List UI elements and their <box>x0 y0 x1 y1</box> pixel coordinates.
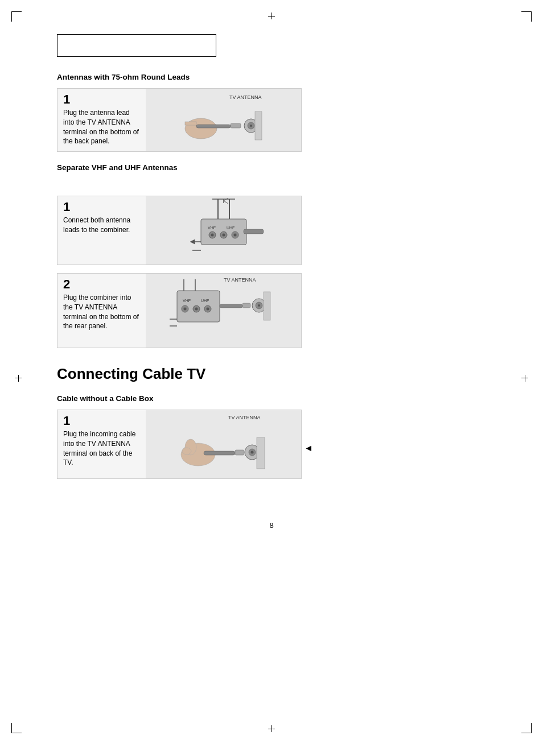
cable-tv-svg: TV ANTENNA <box>167 410 281 478</box>
svg-rect-8 <box>255 111 262 140</box>
svg-point-57 <box>250 451 253 454</box>
step-box-cable-1: 1 Plug the incoming cable into the TV AN… <box>57 410 302 479</box>
svg-text:TV ANTENNA: TV ANTENNA <box>224 277 256 283</box>
corner-mark-br <box>521 723 532 733</box>
svg-point-1 <box>185 118 217 139</box>
antenna-75ohm-svg: TV ANTENNA <box>167 89 281 151</box>
step-image-75ohm-1: TV ANTENNA <box>146 89 301 151</box>
svg-rect-53 <box>204 451 235 455</box>
cross-mark-top <box>267 11 276 20</box>
step-text-75ohm-1: Plug the antenna lead into the TV ANTENN… <box>63 108 140 146</box>
svg-rect-2 <box>185 122 196 125</box>
section-75ohm: Antennas with 75-ohm Round Leads 1 Plug … <box>57 73 497 152</box>
step-left-vhf-2: 2 Plug the combiner into the TV ANTENNA … <box>57 274 146 348</box>
svg-point-7 <box>250 125 252 127</box>
svg-rect-3 <box>196 125 231 128</box>
vhf-plug-svg: TV ANTENNA VHF UHF <box>167 274 281 348</box>
step-text-vhf-2: Plug the combiner into the TV ANTENNA te… <box>63 293 140 331</box>
svg-point-25 <box>233 234 236 237</box>
step-text-vhf-1: Connect both antenna leads to the combin… <box>63 216 140 235</box>
vhf-spacer <box>57 179 497 196</box>
step-number-vhf-2: 2 <box>63 278 140 291</box>
svg-rect-39 <box>220 304 242 308</box>
vhf-combiner-svg: VHF UHF <box>167 196 281 265</box>
svg-point-21 <box>211 234 213 237</box>
page-content: Antennas with 75-ohm Round Leads 1 Plug … <box>57 34 497 487</box>
corner-mark-tr <box>521 11 532 22</box>
step-number-cable-1: 1 <box>63 415 140 427</box>
step-left-vhf-1: 1 Connect both antenna leads to the comb… <box>57 196 146 265</box>
header-box <box>57 34 216 57</box>
step-left-cable-1: 1 Plug the incoming cable into the TV AN… <box>57 410 146 478</box>
section-vhf-uhf: Separate VHF and UHF Antennas 1 Connect … <box>57 163 497 348</box>
svg-text:TV ANTENNA: TV ANTENNA <box>228 415 261 420</box>
section-heading-75ohm: Antennas with 75-ohm Round Leads <box>57 73 497 81</box>
svg-point-34 <box>183 308 186 311</box>
svg-text:VHF: VHF <box>183 299 191 303</box>
cross-mark-left <box>14 374 23 383</box>
step-box-wrapper-cable-1: 1 Plug the incoming cable into the TV AN… <box>57 410 302 487</box>
step-image-cable-1: TV ANTENNA <box>146 410 301 478</box>
step-box-vhf-2: 2 Plug the combiner into the TV ANTENNA … <box>57 273 302 348</box>
step-number-vhf-1: 1 <box>63 201 140 213</box>
svg-line-14 <box>224 201 228 204</box>
svg-point-52 <box>182 448 191 455</box>
svg-rect-26 <box>244 229 264 234</box>
sub-heading-cable-box: Cable without a Cable Box <box>57 394 497 403</box>
step-left-75ohm-1: 1 Plug the antenna lead into the TV ANTE… <box>57 89 146 151</box>
svg-rect-44 <box>264 292 270 320</box>
corner-mark-tl <box>11 11 22 22</box>
step-box-vhf-1: 1 Connect both antenna leads to the comb… <box>57 196 302 265</box>
cross-mark-bottom <box>267 724 276 733</box>
arrow-marker-cable-1: ◄ <box>304 443 313 453</box>
svg-text:VHF: VHF <box>208 226 216 230</box>
svg-rect-58 <box>257 437 265 469</box>
svg-point-43 <box>258 304 260 307</box>
svg-rect-4 <box>231 123 241 128</box>
svg-point-23 <box>222 234 225 237</box>
step-text-cable-1: Plug the incoming cable into the TV ANTE… <box>63 429 140 468</box>
page-number: 8 <box>0 521 543 530</box>
corner-mark-bl <box>11 723 22 733</box>
svg-text:UHF: UHF <box>201 299 209 303</box>
svg-rect-40 <box>242 303 250 308</box>
svg-point-38 <box>206 308 209 311</box>
step-image-vhf-1: VHF UHF <box>146 196 301 265</box>
svg-text:TV ANTENNA: TV ANTENNA <box>229 94 262 100</box>
cross-mark-right <box>520 374 529 383</box>
svg-rect-54 <box>235 450 244 455</box>
svg-point-36 <box>195 308 198 311</box>
step-number-75ohm-1: 1 <box>63 93 140 106</box>
section-cable-tv: Connecting Cable TV Cable without a Cabl… <box>57 365 497 487</box>
step-image-vhf-2: TV ANTENNA VHF UHF <box>146 274 301 348</box>
section-heading-vhf: Separate VHF and UHF Antennas <box>57 163 497 172</box>
step-box-75ohm-1: 1 Plug the antenna lead into the TV ANTE… <box>57 88 302 152</box>
svg-text:UHF: UHF <box>227 226 235 230</box>
big-heading-cable-tv: Connecting Cable TV <box>57 365 497 383</box>
